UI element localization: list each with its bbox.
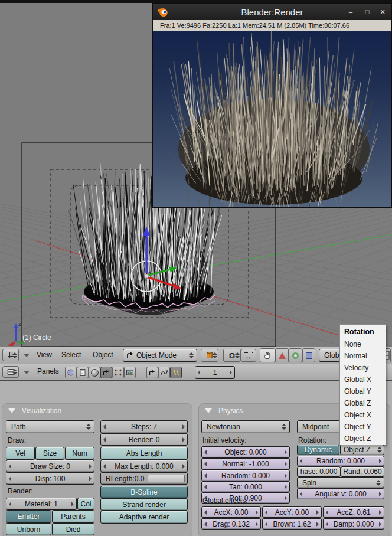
num-toggle[interactable]: Num <box>65 447 94 460</box>
steps-field[interactable]: Steps: 7 <box>100 420 188 433</box>
object-arrows-icon <box>148 368 156 377</box>
header-collapse-icon[interactable] <box>24 371 30 374</box>
scene-context-button[interactable] <box>124 367 136 378</box>
panel-collapse-icon[interactable] <box>8 408 15 413</box>
selector-arrows-icon <box>12 369 17 375</box>
col-label: Col <box>80 500 91 508</box>
adaptive-render-toggle[interactable]: Adaptive render <box>100 511 188 524</box>
maximize-button[interactable]: □ <box>363 8 371 16</box>
random-velocity-field[interactable]: Random: 0.000 <box>201 470 290 481</box>
panel-collapse-icon[interactable] <box>205 408 212 413</box>
draw-size-field[interactable]: Draw Size: 0 <box>6 460 94 472</box>
menu-object[interactable]: Object <box>93 351 113 359</box>
menu-item-normal[interactable]: Normal <box>340 350 386 362</box>
emitter-toggle[interactable]: Emitter <box>6 510 51 523</box>
slider-handle[interactable] <box>148 475 185 482</box>
draw-type-selector[interactable] <box>201 349 218 362</box>
particle-visualize-dropdown[interactable]: Path <box>6 420 94 433</box>
bspline-label: B-Spline <box>130 488 157 496</box>
accx-field[interactable]: AccX: 0.00 <box>201 506 261 518</box>
rlength-slider[interactable]: RLength:0.0 <box>100 472 188 485</box>
brown-field[interactable]: Brown: 1.62 <box>262 518 322 530</box>
physics-subcontext-button[interactable] <box>158 367 170 378</box>
accz-field[interactable]: AccZ: 0.61 <box>323 506 384 518</box>
dynamic-toggle[interactable]: Dynamic <box>297 445 339 455</box>
damp-value: Damp: 0.000 <box>334 520 374 528</box>
phase-field[interactable]: hase: 0.000 <box>297 466 341 477</box>
angular-velocity-value: Angular v: 0.000 <box>315 490 366 498</box>
abs-length-toggle[interactable]: Abs Length <box>100 447 188 460</box>
object-subcontext-button[interactable] <box>146 367 158 378</box>
tangent-velocity-field[interactable]: Tan: 0.000 <box>201 481 290 492</box>
bspline-toggle[interactable]: B-Spline <box>100 486 188 498</box>
strand-render-toggle[interactable]: Strand render <box>100 498 188 511</box>
angular-mode-dropdown[interactable]: Spin <box>297 477 384 488</box>
header-collapse-icon[interactable] <box>24 354 30 357</box>
menu-item-velocity[interactable]: Velocity <box>340 362 386 374</box>
frame-number-field[interactable]: 1 <box>195 366 235 379</box>
rotate-manipulator-button[interactable] <box>289 348 302 362</box>
material-field[interactable]: Material: 1 <box>6 498 77 510</box>
script-context-button[interactable] <box>77 367 89 378</box>
died-toggle[interactable]: Died <box>52 523 94 535</box>
menu-item-object-y[interactable]: Object Y <box>340 421 386 433</box>
scene-picture-icon <box>126 368 134 377</box>
menu-item-global-y[interactable]: Global Y <box>340 385 386 397</box>
damp-field[interactable]: Damp: 0.000 <box>323 518 384 530</box>
particles-subcontext-button[interactable] <box>170 367 182 378</box>
dotted-line-icon <box>244 352 253 353</box>
manipulator-mode-button[interactable]: ↔ <box>241 349 256 362</box>
phase-random-field[interactable]: Rand: 0.060 <box>341 466 384 477</box>
rotation-random-field[interactable]: Random: 0.000 <box>297 456 384 466</box>
editor-type-selector-buttons[interactable] <box>2 366 19 378</box>
phase-value: hase: 0.000 <box>300 468 338 476</box>
menu-item-global-z[interactable]: Global Z <box>340 397 386 409</box>
phase-random-value: Rand: 0.060 <box>343 468 381 476</box>
object-velocity-field[interactable]: Object: 0.000 <box>201 446 290 458</box>
render-steps-field[interactable]: Render: 0 <box>100 433 188 446</box>
increment-arrow-icon[interactable] <box>230 370 232 375</box>
strand-render-label: Strand render <box>122 501 165 509</box>
manipulator-toggle-button[interactable] <box>260 348 275 362</box>
menu-view[interactable]: View <box>37 351 52 359</box>
close-button[interactable]: ✕ <box>378 8 387 16</box>
unborn-toggle[interactable]: Unborn <box>6 523 51 535</box>
size-toggle[interactable]: Size <box>35 447 64 460</box>
accy-field[interactable]: AccY: 0.00 <box>262 506 322 518</box>
buttons-window-header: Panels <box>0 364 392 381</box>
normal-velocity-field[interactable]: Normal: -1.000 <box>201 458 290 470</box>
angular-velocity-field[interactable]: Angular v: 0.000 <box>297 488 384 499</box>
scale-manipulator-button[interactable] <box>302 348 315 362</box>
decrement-arrow-icon[interactable] <box>198 370 200 375</box>
accx-value: AccX: 0.00 <box>214 508 248 517</box>
editing-context-button[interactable] <box>112 367 124 378</box>
physics-bounce-icon <box>160 368 168 377</box>
translate-manipulator-button[interactable] <box>275 348 289 362</box>
disp-field[interactable]: Disp: 100 <box>6 472 94 485</box>
menu-select[interactable]: Select <box>61 351 81 359</box>
vel-toggle[interactable]: Vel <box>6 447 35 460</box>
blender-screen: zy (1) Circle Blender:Render – □ ✕ Fra:1… <box>0 0 392 536</box>
logic-context-button[interactable] <box>65 367 77 378</box>
physics-type-dropdown[interactable]: Newtonian <box>201 420 290 433</box>
menu-item-object-z[interactable]: Object Z <box>340 433 386 445</box>
object-context-button[interactable] <box>100 367 112 378</box>
menu-item-object-x[interactable]: Object X <box>340 409 386 421</box>
menu-item-global-x[interactable]: Global X <box>340 374 386 385</box>
num-label: Num <box>72 449 87 457</box>
pivot-point-selector[interactable]: Ω <box>223 349 241 362</box>
col-toggle[interactable]: Col <box>77 498 94 510</box>
editor-type-selector-3dview[interactable] <box>2 349 19 361</box>
minimize-button[interactable]: – <box>347 8 355 16</box>
mode-dropdown[interactable]: Object Mode <box>123 349 197 362</box>
render-window[interactable]: Blender:Render – □ ✕ Fra:1 Ve:9496 Fa:22… <box>152 3 392 208</box>
shading-context-button[interactable] <box>89 367 100 378</box>
drag-field[interactable]: Drag: 0.132 <box>201 518 261 530</box>
max-length-field[interactable]: Max Length: 0.000 <box>100 460 188 472</box>
render-window-titlebar[interactable]: Blender:Render – □ ✕ <box>153 4 391 20</box>
menu-item-none[interactable]: None <box>340 338 386 350</box>
panels-menu[interactable]: Panels <box>37 367 59 375</box>
unborn-label: Unborn <box>17 525 40 534</box>
rotation-axis-dropdown[interactable]: Object Z <box>340 445 384 455</box>
parents-toggle[interactable]: Parents <box>52 510 94 523</box>
